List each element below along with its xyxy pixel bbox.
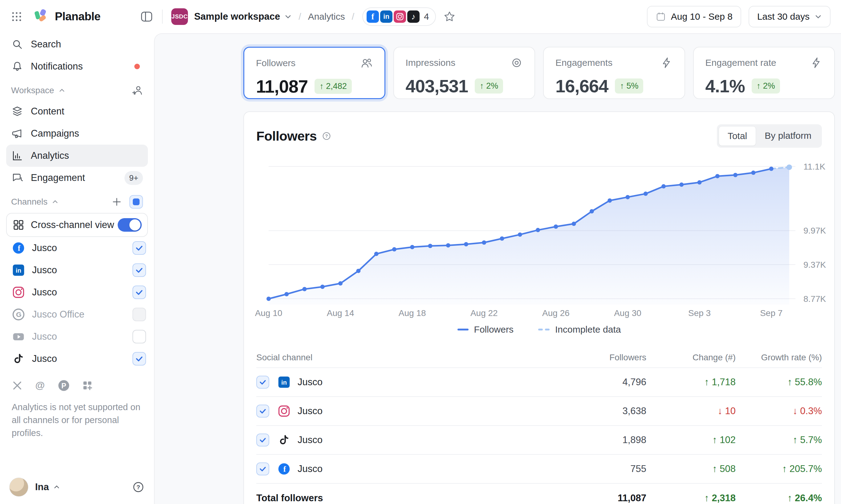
- help-icon[interactable]: ?: [322, 131, 331, 141]
- workspace-badge[interactable]: JSDC: [171, 8, 188, 25]
- cell-followers: 1,898: [554, 434, 646, 446]
- table-total-row: Total followers 11,087 ↑ 2,318 ↑ 26.4%: [256, 483, 822, 504]
- cell-growth: ↑ 205.7%: [736, 463, 822, 474]
- col-header-change: Change (#): [646, 353, 736, 362]
- breadcrumb-separator: /: [298, 12, 301, 22]
- chevron-up-icon[interactable]: [58, 87, 65, 94]
- channel-checkbox[interactable]: [133, 241, 146, 255]
- kpi-card-followers[interactable]: Followers 11,087 ↑ 2,482: [243, 47, 385, 99]
- channel-row-facebook[interactable]: f Jusco: [6, 237, 148, 259]
- svg-text:P: P: [61, 382, 66, 390]
- channel-row-linkedin[interactable]: in Jusco: [6, 259, 148, 281]
- total-growth: ↑ 26.4%: [736, 492, 822, 504]
- svg-text:8.77K: 8.77K: [803, 294, 826, 304]
- followers-chart: 11.1K9.97K9.37K8.77K: [256, 160, 822, 305]
- kpi-row: Followers 11,087 ↑ 2,482 Impressions: [243, 47, 835, 99]
- row-checkbox[interactable]: [256, 463, 269, 475]
- bolt-icon: [810, 57, 823, 69]
- channel-checkbox[interactable]: [133, 264, 146, 277]
- app-grid-icon[interactable]: [11, 11, 23, 23]
- chevron-up-icon[interactable]: [52, 198, 58, 205]
- tab-by-platform[interactable]: By platform: [756, 126, 820, 146]
- help-icon[interactable]: ?: [132, 481, 145, 493]
- star-icon[interactable]: [443, 11, 456, 23]
- kpi-value: 16,664: [555, 76, 608, 96]
- legend-item-followers: Followers: [458, 324, 514, 335]
- channel-row-youtube[interactable]: Jusco: [6, 326, 148, 348]
- channel-checkbox[interactable]: [133, 308, 146, 321]
- kpi-card-engagement-rate[interactable]: Engagement rate 4.1% ↑ 2%: [693, 47, 835, 99]
- select-all-channels-checkbox[interactable]: [130, 195, 143, 209]
- svg-text:in: in: [16, 267, 21, 274]
- sidebar-item-content[interactable]: Content: [6, 100, 148, 123]
- row-checkbox[interactable]: [256, 404, 269, 417]
- kpi-label: Engagement rate: [705, 57, 776, 68]
- col-header-followers: Followers: [554, 353, 646, 362]
- threads-icon: @: [34, 379, 46, 392]
- grid-icon: [12, 219, 24, 231]
- section-label: Workspace: [11, 86, 54, 95]
- svg-text:?: ?: [325, 133, 328, 139]
- megaphone-icon: [11, 128, 23, 139]
- sidebar-item-analytics[interactable]: Analytics: [6, 145, 148, 167]
- sidebar-item-notifications[interactable]: Notifications: [6, 55, 148, 77]
- sidebar-item-label: Analytics: [31, 150, 69, 161]
- sidebar-item-label: Notifications: [31, 61, 83, 72]
- row-checkbox[interactable]: [256, 376, 269, 389]
- date-range-picker[interactable]: Aug 10 - Sep 8: [647, 6, 741, 28]
- channel-name: Jusco: [297, 434, 323, 446]
- sidebar-item-search[interactable]: Search: [6, 33, 148, 55]
- breadcrumb-page[interactable]: Analytics: [308, 12, 345, 22]
- kpi-value: 403,531: [406, 76, 468, 96]
- table-row: Jusco 1,898 ↑ 102 ↑ 5.7%: [256, 425, 822, 454]
- period-select[interactable]: Last 30 days: [749, 6, 830, 28]
- facebook-icon: f: [12, 241, 25, 255]
- app-name: Planable: [55, 10, 100, 23]
- channel-row-tiktok[interactable]: Jusco: [6, 348, 148, 370]
- main-panel: Followers 11,087 ↑ 2,482 Impressions: [154, 33, 841, 504]
- svg-text:f: f: [284, 465, 286, 473]
- channel-checkbox[interactable]: [133, 286, 146, 299]
- channel-name: Jusco: [297, 406, 323, 417]
- kpi-value: 4.1%: [705, 76, 745, 96]
- add-channel-icon[interactable]: [111, 197, 122, 207]
- channel-row-instagram[interactable]: Jusco: [6, 281, 148, 303]
- sidebar-item-campaigns[interactable]: Campaigns: [6, 123, 148, 145]
- layers-icon: [11, 106, 23, 117]
- cross-channel-view-row[interactable]: Cross-channel view: [6, 213, 148, 237]
- cell-followers: 3,638: [554, 406, 646, 417]
- tab-total[interactable]: Total: [719, 126, 756, 146]
- planable-logo-icon: [34, 8, 50, 24]
- invite-member-icon[interactable]: [131, 85, 143, 96]
- section-label: Channels: [11, 197, 48, 207]
- chevron-down-icon: [814, 13, 822, 20]
- chevron-down-icon[interactable]: [284, 13, 292, 20]
- svg-text:?: ?: [136, 484, 140, 490]
- kpi-card-engagements[interactable]: Engagements 16,664 ↑ 5%: [543, 47, 685, 99]
- tiktok-icon: ♪: [407, 11, 419, 23]
- kpi-delta-badge: ↑ 2%: [475, 78, 503, 93]
- facebook-icon: f: [277, 462, 291, 476]
- channel-checkbox[interactable]: [133, 352, 146, 365]
- sidebar-item-engagement[interactable]: Engagement 9+: [6, 167, 148, 189]
- kpi-card-impressions[interactable]: Impressions 403,531 ↑ 2%: [393, 47, 535, 99]
- col-header-channel: Social channel: [256, 353, 554, 362]
- sidebar-item-label: Campaigns: [31, 128, 79, 139]
- user-menu[interactable]: Ina ?: [9, 478, 145, 497]
- legend-label: Incomplete data: [555, 324, 621, 335]
- legend-line-swatch: [458, 329, 468, 330]
- sidebar-toggle-icon[interactable]: [140, 10, 153, 23]
- tiktok-icon: [12, 352, 25, 365]
- channel-checkbox[interactable]: [133, 330, 146, 343]
- bar-chart-icon: [11, 150, 23, 162]
- cross-channel-label: Cross-channel view: [31, 219, 114, 231]
- cross-channel-toggle[interactable]: [118, 218, 142, 232]
- user-avatar[interactable]: [9, 478, 28, 497]
- cell-change: ↑ 102: [646, 434, 736, 446]
- channel-row-google[interactable]: G Jusco Office: [6, 303, 148, 326]
- workspace-name[interactable]: Sample workspace: [194, 11, 280, 22]
- divider: [162, 10, 162, 24]
- bell-icon: [11, 60, 23, 72]
- channels-pill[interactable]: f in ♪ 4: [362, 7, 436, 26]
- row-checkbox[interactable]: [256, 434, 269, 447]
